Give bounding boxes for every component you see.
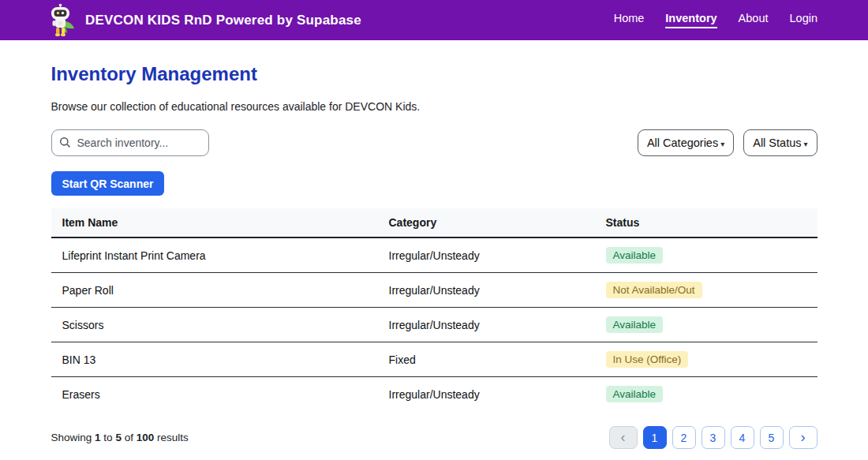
column-header-status: Status [595, 208, 817, 237]
table-row[interactable]: Paper Roll Irregular/Unsteady Not Availa… [51, 273, 817, 308]
item-name-cell: BIN 13 [51, 342, 378, 377]
table-row[interactable]: Erasers Irregular/Unsteady Available [51, 377, 817, 412]
chevron-left-icon: ‹ [621, 430, 626, 444]
start-qr-scanner-button[interactable]: Start QR Scanner [51, 171, 165, 196]
chevron-right-icon: › [801, 430, 806, 444]
search-input[interactable] [51, 129, 209, 156]
item-name-cell: Paper Roll [51, 273, 378, 308]
previous-page-button[interactable]: ‹ [609, 426, 638, 449]
nav-link-about[interactable]: About [739, 12, 769, 28]
status-badge: In Use (Office) [606, 351, 689, 368]
status-badge: Not Available/Out [606, 282, 702, 298]
pagination: ‹ 1 2 3 4 5 › [609, 426, 817, 449]
filters: All Categories ▾ All Status ▾ [638, 129, 817, 156]
page-button-3[interactable]: 3 [702, 426, 725, 449]
category-filter-value: All Categories [647, 137, 718, 149]
chevron-down-icon: ▾ [803, 140, 807, 148]
page-button-1[interactable]: 1 [643, 426, 667, 449]
main-nav: Home Inventory About Login [614, 12, 817, 28]
search-box [51, 129, 209, 156]
chevron-down-icon: ▾ [720, 140, 724, 148]
table-row[interactable]: Scissors Irregular/Unsteady Available [51, 308, 817, 342]
status-badge: Available [606, 247, 664, 264]
page-button-5[interactable]: 5 [760, 426, 784, 449]
table-row[interactable]: Lifeprint Instant Print Camera Irregular… [51, 237, 817, 273]
column-header-category: Category [378, 208, 595, 237]
robot-mascot-icon [44, 2, 77, 39]
category-cell: Irregular/Unsteady [378, 377, 595, 412]
status-filter-select[interactable]: All Status ▾ [743, 129, 817, 156]
page-button-2[interactable]: 2 [672, 426, 696, 449]
category-cell: Irregular/Unsteady [378, 308, 595, 342]
toolbar: All Categories ▾ All Status ▾ [51, 129, 817, 156]
main-content: Inventory Management Browse our collecti… [51, 63, 817, 449]
column-header-item-name: Item Name [51, 208, 378, 237]
next-page-button[interactable]: › [789, 426, 817, 449]
nav-link-home[interactable]: Home [614, 12, 645, 28]
item-name-cell: Scissors [51, 308, 378, 342]
item-name-cell: Erasers [51, 377, 378, 412]
page-button-4[interactable]: 4 [731, 426, 754, 449]
inventory-table: Item Name Category Status Lifeprint Inst… [51, 208, 817, 411]
status-filter-value: All Status [753, 137, 801, 149]
category-filter-select[interactable]: All Categories ▾ [638, 129, 734, 156]
status-badge: Available [606, 386, 664, 402]
table-footer: Showing 1 to 5 of 100 results ‹ 1 2 3 4 … [51, 426, 817, 449]
table-header-row: Item Name Category Status [51, 208, 817, 237]
category-cell: Irregular/Unsteady [378, 273, 595, 308]
status-badge: Available [606, 316, 664, 333]
nav-link-inventory[interactable]: Inventory [665, 12, 716, 28]
brand: DEVCON KIDS RnD Powered by Supabase [44, 2, 361, 39]
table-row[interactable]: BIN 13 Fixed In Use (Office) [51, 342, 817, 377]
category-cell: Irregular/Unsteady [378, 237, 595, 273]
page-subtitle: Browse our collection of educational res… [51, 100, 817, 113]
item-name-cell: Lifeprint Instant Print Camera [51, 237, 378, 273]
results-summary: Showing 1 to 5 of 100 results [51, 432, 189, 443]
page-title: Inventory Management [51, 63, 817, 85]
nav-link-login[interactable]: Login [790, 12, 817, 28]
top-navbar: DEVCON KIDS RnD Powered by Supabase Home… [0, 0, 868, 40]
category-cell: Fixed [378, 342, 595, 377]
brand-title: DEVCON KIDS RnD Powered by Supabase [85, 13, 361, 28]
